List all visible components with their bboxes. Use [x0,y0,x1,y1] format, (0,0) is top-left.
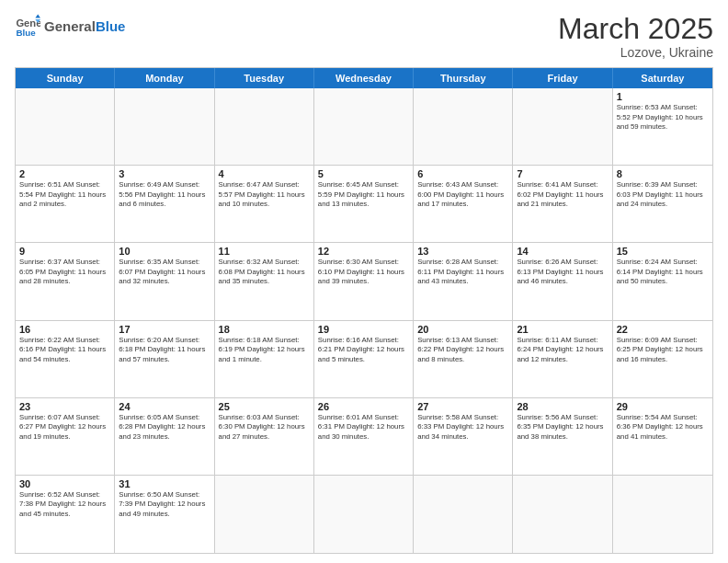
cal-cell-5-4 [414,476,513,553]
cal-cell-5-6 [613,476,712,553]
cal-cell-1-2: 4Sunrise: 6:47 AM Sunset: 5:57 PM Daylig… [215,166,314,242]
header: General Blue GeneralBlue March 2025 Lozo… [15,13,713,60]
cal-week-3: 16Sunrise: 6:22 AM Sunset: 6:16 PM Dayli… [16,321,712,398]
cal-cell-5-1: 31Sunrise: 6:50 AM Sunset: 7:39 PM Dayli… [115,476,214,553]
day-info: Sunrise: 6:35 AM Sunset: 6:07 PM Dayligh… [119,258,210,287]
header-saturday: Saturday [613,68,712,88]
day-info: Sunrise: 6:32 AM Sunset: 6:08 PM Dayligh… [219,258,310,287]
page: General Blue GeneralBlue March 2025 Lozo… [0,0,728,563]
day-info: Sunrise: 6:11 AM Sunset: 6:24 PM Dayligh… [517,336,608,365]
header-monday: Monday [115,68,214,88]
cal-cell-1-6: 8Sunrise: 6:39 AM Sunset: 6:03 PM Daylig… [613,166,712,242]
day-info: Sunrise: 6:37 AM Sunset: 6:05 PM Dayligh… [19,258,110,287]
day-number: 7 [517,168,608,179]
day-info: Sunrise: 6:49 AM Sunset: 5:56 PM Dayligh… [119,180,210,210]
day-info: Sunrise: 6:45 AM Sunset: 5:59 PM Dayligh… [318,180,409,210]
cal-cell-1-4: 6Sunrise: 6:43 AM Sunset: 6:00 PM Daylig… [414,166,513,242]
day-info: Sunrise: 6:22 AM Sunset: 6:16 PM Dayligh… [19,336,110,365]
day-info: Sunrise: 6:07 AM Sunset: 6:27 PM Dayligh… [19,413,110,442]
day-info: Sunrise: 6:26 AM Sunset: 6:13 PM Dayligh… [517,258,608,287]
cal-cell-3-0: 16Sunrise: 6:22 AM Sunset: 6:16 PM Dayli… [16,321,115,397]
cal-cell-2-4: 13Sunrise: 6:28 AM Sunset: 6:11 PM Dayli… [414,243,513,319]
cal-cell-3-1: 17Sunrise: 6:20 AM Sunset: 6:18 PM Dayli… [115,321,214,397]
day-info: Sunrise: 6:52 AM Sunset: 7:38 PM Dayligh… [19,490,110,520]
cal-cell-3-5: 21Sunrise: 6:11 AM Sunset: 6:24 PM Dayli… [513,321,612,397]
day-number: 11 [219,246,310,257]
cal-cell-4-1: 24Sunrise: 6:05 AM Sunset: 6:28 PM Dayli… [115,398,214,475]
cal-cell-4-5: 28Sunrise: 5:56 AM Sunset: 6:35 PM Dayli… [513,398,612,475]
title-block: March 2025 Lozove, Ukraine [558,13,713,60]
cal-cell-0-5 [513,88,612,165]
cal-cell-5-0: 30Sunrise: 6:52 AM Sunset: 7:38 PM Dayli… [16,476,115,553]
cal-cell-2-2: 11Sunrise: 6:32 AM Sunset: 6:08 PM Dayli… [215,243,314,319]
day-number: 19 [318,324,409,335]
cal-cell-1-1: 3Sunrise: 6:49 AM Sunset: 5:56 PM Daylig… [115,166,214,242]
cal-cell-3-2: 18Sunrise: 6:18 AM Sunset: 6:19 PM Dayli… [215,321,314,397]
cal-cell-2-0: 9Sunrise: 6:37 AM Sunset: 6:05 PM Daylig… [16,243,115,319]
cal-week-1: 2Sunrise: 6:51 AM Sunset: 5:54 PM Daylig… [16,166,712,243]
day-info: Sunrise: 5:58 AM Sunset: 6:33 PM Dayligh… [417,413,508,442]
day-info: Sunrise: 6:09 AM Sunset: 6:25 PM Dayligh… [617,336,709,365]
calendar: Sunday Monday Tuesday Wednesday Thursday… [15,67,713,554]
day-info: Sunrise: 6:28 AM Sunset: 6:11 PM Dayligh… [417,258,508,287]
day-info: Sunrise: 6:03 AM Sunset: 6:30 PM Dayligh… [219,413,310,442]
day-info: Sunrise: 6:13 AM Sunset: 6:22 PM Dayligh… [417,336,508,365]
cal-cell-4-6: 29Sunrise: 5:54 AM Sunset: 6:36 PM Dayli… [613,398,712,475]
logo: General Blue GeneralBlue [15,13,125,39]
cal-week-5: 30Sunrise: 6:52 AM Sunset: 7:38 PM Dayli… [16,476,712,553]
day-info: Sunrise: 6:43 AM Sunset: 6:00 PM Dayligh… [417,180,508,210]
day-number: 15 [617,246,709,257]
day-number: 21 [517,324,608,335]
logo-icon: General Blue [15,13,40,39]
day-number: 27 [417,401,508,412]
day-number: 1 [617,91,709,102]
day-info: Sunrise: 6:39 AM Sunset: 6:03 PM Dayligh… [617,180,709,210]
cal-cell-3-6: 22Sunrise: 6:09 AM Sunset: 6:25 PM Dayli… [613,321,712,397]
day-info: Sunrise: 6:50 AM Sunset: 7:39 PM Dayligh… [119,490,210,520]
day-number: 18 [219,324,310,335]
day-info: Sunrise: 6:20 AM Sunset: 6:18 PM Dayligh… [119,336,210,365]
day-number: 5 [318,168,409,179]
day-info: Sunrise: 6:30 AM Sunset: 6:10 PM Dayligh… [318,258,409,287]
cal-cell-0-4 [414,88,513,165]
day-info: Sunrise: 6:16 AM Sunset: 6:21 PM Dayligh… [318,336,409,365]
day-number: 28 [517,401,608,412]
header-wednesday: Wednesday [314,68,414,88]
cal-cell-0-6: 1Sunrise: 6:53 AM Sunset: 5:52 PM Daylig… [613,88,712,165]
cal-cell-0-2 [215,88,314,165]
cal-week-2: 9Sunrise: 6:37 AM Sunset: 6:05 PM Daylig… [16,243,712,320]
svg-text:Blue: Blue [16,28,36,38]
cal-cell-5-3 [314,476,414,553]
day-info: Sunrise: 6:53 AM Sunset: 5:52 PM Dayligh… [617,103,709,132]
header-tuesday: Tuesday [215,68,314,88]
cal-cell-1-5: 7Sunrise: 6:41 AM Sunset: 6:02 PM Daylig… [513,166,612,242]
day-info: Sunrise: 6:41 AM Sunset: 6:02 PM Dayligh… [517,180,608,210]
day-number: 20 [417,324,508,335]
day-number: 14 [517,246,608,257]
cal-cell-0-3 [314,88,414,165]
cal-cell-2-1: 10Sunrise: 6:35 AM Sunset: 6:07 PM Dayli… [115,243,214,319]
cal-cell-3-4: 20Sunrise: 6:13 AM Sunset: 6:22 PM Dayli… [414,321,513,397]
cal-cell-2-3: 12Sunrise: 6:30 AM Sunset: 6:10 PM Dayli… [314,243,414,319]
day-number: 13 [417,246,508,257]
day-info: Sunrise: 6:51 AM Sunset: 5:54 PM Dayligh… [19,180,110,210]
day-info: Sunrise: 6:18 AM Sunset: 6:19 PM Dayligh… [219,336,310,365]
calendar-header: Sunday Monday Tuesday Wednesday Thursday… [16,68,712,88]
day-number: 25 [219,401,310,412]
cal-week-4: 23Sunrise: 6:07 AM Sunset: 6:27 PM Dayli… [16,398,712,476]
day-info: Sunrise: 6:47 AM Sunset: 5:57 PM Dayligh… [219,180,310,210]
svg-marker-2 [35,14,40,17]
cal-cell-4-3: 26Sunrise: 6:01 AM Sunset: 6:31 PM Dayli… [314,398,414,475]
day-info: Sunrise: 5:54 AM Sunset: 6:36 PM Dayligh… [617,413,709,442]
day-number: 9 [19,246,110,257]
day-number: 6 [417,168,508,179]
day-number: 23 [19,401,110,412]
cal-cell-2-5: 14Sunrise: 6:26 AM Sunset: 6:13 PM Dayli… [513,243,612,319]
calendar-title: March 2025 [558,13,713,45]
day-number: 3 [119,168,210,179]
day-number: 16 [19,324,110,335]
cal-cell-1-3: 5Sunrise: 6:45 AM Sunset: 5:59 PM Daylig… [314,166,414,242]
day-info: Sunrise: 5:56 AM Sunset: 6:35 PM Dayligh… [517,413,608,442]
day-number: 29 [617,401,709,412]
day-number: 24 [119,401,210,412]
